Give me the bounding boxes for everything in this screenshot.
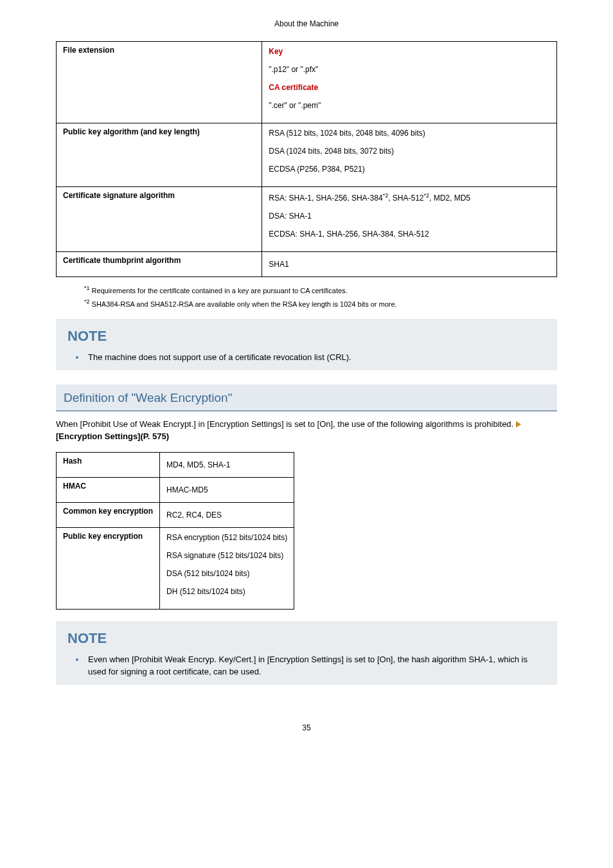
note1-bullet: The machine does not support use of a ce…	[85, 351, 546, 364]
publickey-label: Public key encryption	[57, 527, 160, 609]
weak-encryption-body: When [Prohibit Use of Weak Encrypt.] in …	[56, 418, 557, 443]
sig-algo-label: Certificate signature algorithm	[57, 187, 262, 252]
hmac-value: HMAC-MD5	[160, 477, 294, 502]
file-ext-values: Key ".p12" or ".pfx" CA certificate ".ce…	[262, 42, 557, 123]
thumb-algo-value: SHA1	[262, 252, 557, 277]
key-heading: Key	[269, 47, 283, 56]
ca-value: ".cer" or ".pem"	[269, 101, 550, 110]
note-heading-1: NOTE	[67, 328, 546, 345]
pk-dh: DH (512 bits/1024 bits)	[166, 587, 287, 596]
play-icon	[516, 421, 521, 428]
weak-encryption-heading: Definition of "Weak Encryption"	[56, 384, 557, 411]
pubkey-algo-label: Public key algorithm (and key length)	[57, 123, 262, 187]
page-number: 35	[56, 723, 557, 732]
pubkey-dsa: DSA (1024 bits, 2048 bits, 3072 bits)	[269, 147, 550, 156]
pk-dsa: DSA (512 bits/1024 bits)	[166, 569, 287, 578]
key-value: ".p12" or ".pfx"	[269, 65, 550, 74]
file-ext-label: File extension	[57, 42, 262, 123]
footnote-2: *2 SHA384-RSA and SHA512-RSA are availab…	[84, 298, 557, 308]
hash-label: Hash	[57, 452, 160, 477]
pk-rsa-sig: RSA signature (512 bits/1024 bits)	[166, 551, 287, 560]
note2-bullet: Even when [Prohibit Weak Encryp. Key/Cer…	[85, 653, 546, 678]
footnote-1: *1 Requirements for the certificate cont…	[84, 285, 557, 294]
pubkey-ecdsa: ECDSA (P256, P384, P521)	[269, 165, 550, 174]
note-box-1: NOTE The machine does not support use of…	[56, 319, 557, 370]
pubkey-algo-values: RSA (512 bits, 1024 bits, 2048 bits, 409…	[262, 123, 557, 187]
weak-encryption-table: Hash MD4, MD5, SHA-1 HMAC HMAC-MD5 Commo…	[56, 452, 294, 610]
ca-heading: CA certificate	[269, 83, 318, 92]
sig-dsa: DSA: SHA-1	[269, 212, 550, 221]
sig-rsa: RSA: SHA-1, SHA-256, SHA-384*2, SHA-512*…	[269, 192, 550, 203]
pk-rsa-enc: RSA encryption (512 bits/1024 bits)	[166, 533, 287, 542]
thumb-algo-label: Certificate thumbprint algorithm	[57, 252, 262, 277]
commonkey-label: Common key encryption	[57, 502, 160, 527]
encryption-settings-link[interactable]: [Encryption Settings](P. 575)	[56, 431, 169, 441]
hmac-label: HMAC	[57, 477, 160, 502]
cert-table: File extension Key ".p12" or ".pfx" CA c…	[56, 41, 557, 277]
pubkey-rsa: RSA (512 bits, 1024 bits, 2048 bits, 409…	[269, 129, 550, 138]
commonkey-value: RC2, RC4, DES	[160, 502, 294, 527]
sig-algo-values: RSA: SHA-1, SHA-256, SHA-384*2, SHA-512*…	[262, 187, 557, 252]
note-box-2: NOTE Even when [Prohibit Weak Encryp. Ke…	[56, 621, 557, 685]
publickey-values: RSA encryption (512 bits/1024 bits) RSA …	[160, 527, 294, 609]
note-heading-2: NOTE	[67, 630, 546, 647]
doc-header: About the Machine	[56, 19, 557, 28]
sig-ecdsa: ECDSA: SHA-1, SHA-256, SHA-384, SHA-512	[269, 230, 550, 239]
hash-value: MD4, MD5, SHA-1	[160, 452, 294, 477]
